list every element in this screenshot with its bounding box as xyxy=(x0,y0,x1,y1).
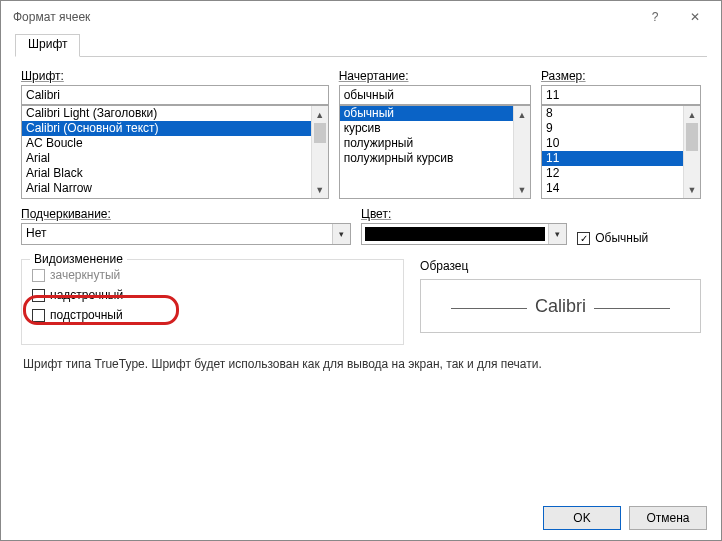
close-button[interactable]: ✕ xyxy=(675,3,715,31)
color-value xyxy=(362,224,548,244)
list-item[interactable]: 11 xyxy=(542,151,700,166)
effects-legend: Видоизменение xyxy=(30,252,127,266)
subscript-checkbox[interactable]: подстрочный xyxy=(32,308,393,322)
scroll-thumb[interactable] xyxy=(314,123,326,143)
list-item[interactable]: Arial Black xyxy=(22,166,328,181)
color-label: Цвет: xyxy=(361,207,567,221)
scroll-up-icon[interactable]: ▲ xyxy=(514,106,530,123)
font-scrollbar[interactable]: ▲ ▼ xyxy=(311,106,328,198)
list-item[interactable]: курсив xyxy=(340,121,530,136)
dialog-footer: OK Отмена xyxy=(1,496,721,540)
scroll-down-icon[interactable]: ▼ xyxy=(514,181,530,198)
color-swatch xyxy=(365,227,545,241)
list-item[interactable]: 9 xyxy=(542,121,700,136)
subscript-label: подстрочный xyxy=(50,308,123,322)
ok-button[interactable]: OK xyxy=(543,506,621,530)
help-button[interactable]: ? xyxy=(635,3,675,31)
chevron-down-icon[interactable]: ▾ xyxy=(548,224,566,244)
list-item[interactable]: 10 xyxy=(542,136,700,151)
font-description: Шрифт типа TrueType. Шрифт будет использ… xyxy=(23,357,701,371)
normal-font-checkbox[interactable]: ✓ Обычный xyxy=(577,231,701,245)
preview-label: Образец xyxy=(420,259,701,273)
list-item[interactable]: Arial Narrow xyxy=(22,181,328,196)
size-label: Размер: xyxy=(541,69,701,83)
underline-dropdown[interactable]: Нет ▾ xyxy=(21,223,351,245)
list-item[interactable]: Calibri Light (Заголовки) xyxy=(22,106,328,121)
list-item[interactable]: 12 xyxy=(542,166,700,181)
chevron-down-icon[interactable]: ▾ xyxy=(332,224,350,244)
list-item[interactable]: Calibri (Основной текст) xyxy=(22,121,328,136)
window-title: Формат ячеек xyxy=(13,10,635,24)
list-item[interactable]: Arial xyxy=(22,151,328,166)
font-input[interactable] xyxy=(21,85,329,105)
list-item[interactable]: 8 xyxy=(542,106,700,121)
close-icon: ✕ xyxy=(690,10,700,24)
list-item[interactable]: полужирный курсив xyxy=(340,151,530,166)
scroll-up-icon[interactable]: ▲ xyxy=(312,106,328,123)
normal-font-label: Обычный xyxy=(595,231,648,245)
effects-group: Видоизменение зачеркнутый надстрочный по… xyxy=(21,259,404,345)
size-scrollbar[interactable]: ▲ ▼ xyxy=(683,106,700,198)
preview-box: Calibri xyxy=(420,279,701,333)
checkbox-icon xyxy=(32,309,45,322)
list-item[interactable]: полужирный xyxy=(340,136,530,151)
checkbox-icon xyxy=(32,269,45,282)
tabstrip: Шрифт xyxy=(15,33,707,57)
titlebar: Формат ячеек ? ✕ xyxy=(1,1,721,33)
list-item[interactable]: AC Boucle xyxy=(22,136,328,151)
underline-value: Нет xyxy=(22,224,332,244)
superscript-checkbox[interactable]: надстрочный xyxy=(32,288,393,302)
style-label: Начертание: xyxy=(339,69,531,83)
superscript-label: надстрочный xyxy=(50,288,123,302)
color-dropdown[interactable]: ▾ xyxy=(361,223,567,245)
font-listbox[interactable]: Calibri Light (Заголовки)Calibri (Основн… xyxy=(21,105,329,199)
strike-checkbox[interactable]: зачеркнутый xyxy=(32,268,393,282)
checkbox-icon xyxy=(32,289,45,302)
scroll-thumb[interactable] xyxy=(686,123,698,151)
list-item[interactable]: 14 xyxy=(542,181,700,196)
strike-label: зачеркнутый xyxy=(50,268,120,282)
style-scrollbar[interactable]: ▲ ▼ xyxy=(513,106,530,198)
style-input[interactable] xyxy=(339,85,531,105)
preview-text: Calibri xyxy=(535,296,586,317)
scroll-down-icon[interactable]: ▼ xyxy=(684,181,700,198)
cancel-button[interactable]: Отмена xyxy=(629,506,707,530)
size-listbox[interactable]: 8910111214 ▲ ▼ xyxy=(541,105,701,199)
scroll-up-icon[interactable]: ▲ xyxy=(684,106,700,123)
tab-font[interactable]: Шрифт xyxy=(15,34,80,57)
style-listbox[interactable]: обычныйкурсивполужирныйполужирный курсив… xyxy=(339,105,531,199)
checkbox-icon: ✓ xyxy=(577,232,590,245)
scroll-down-icon[interactable]: ▼ xyxy=(312,181,328,198)
size-input[interactable] xyxy=(541,85,701,105)
format-cells-dialog: Формат ячеек ? ✕ Шрифт Шрифт: Calibri Li… xyxy=(0,0,722,541)
font-label: Шрифт: xyxy=(21,69,329,83)
list-item[interactable]: обычный xyxy=(340,106,530,121)
tab-content: Шрифт: Calibri Light (Заголовки)Calibri … xyxy=(15,57,707,488)
underline-label: Подчеркивание: xyxy=(21,207,351,221)
